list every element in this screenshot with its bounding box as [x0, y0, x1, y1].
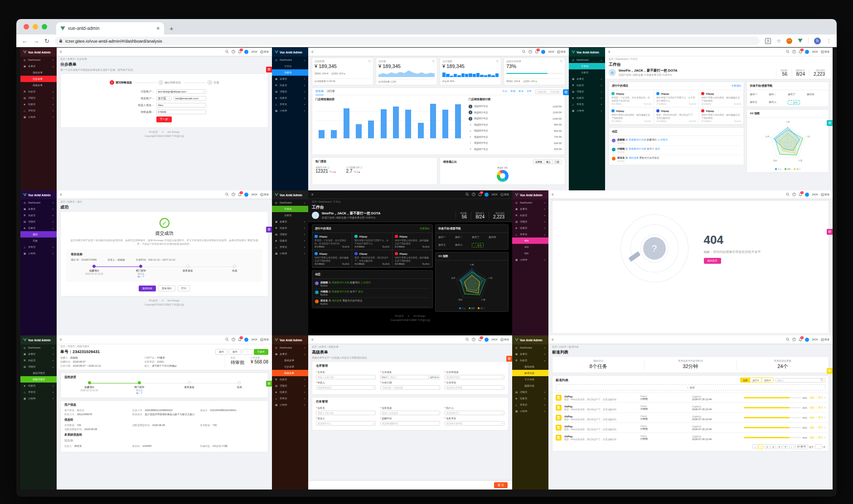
help-icon[interactable]: ?	[232, 338, 235, 341]
vue-devtools-icon[interactable]	[798, 39, 803, 43]
bar[interactable]	[455, 104, 461, 138]
breadcrumb[interactable]: 首页 / 详情页 / 高级详情页	[60, 345, 268, 348]
sidebar-item[interactable]: 500	[512, 250, 548, 257]
sidebar-item[interactable]: ▤详情页▾	[272, 88, 308, 95]
more-link[interactable]: 更多	[818, 416, 823, 419]
print-button[interactable]: 打印	[178, 286, 190, 291]
sidebar-item[interactable]: ▦小组件▾	[20, 114, 57, 120]
search-icon[interactable]	[465, 338, 469, 341]
sidebar-item[interactable]: 高级表单	[20, 82, 57, 88]
op-link[interactable]: 操作六	[455, 242, 472, 248]
sidebar-item[interactable]: 分析页	[569, 69, 605, 76]
project-card[interactable]: Alipay 城镇中有那么多的酒馆，她却偏偏走进了我的酒馆 科学搬砖组9小时前	[699, 90, 744, 107]
project-card[interactable]: Alipay 城镇中有那么多的酒馆，她却偏偏走进了我的酒馆 科学搬砖组9小时前	[312, 250, 352, 267]
bar[interactable]	[319, 130, 325, 138]
sidebar-item[interactable]: ▣表单页▾	[512, 206, 548, 212]
language-switch[interactable]: ⊕简体	[500, 338, 509, 341]
theme-settings-button[interactable]: ⚙	[563, 89, 569, 95]
feed-link[interactable]: 八月迭代	[361, 281, 371, 284]
sidebar-item[interactable]: ▦小组件▾	[20, 395, 57, 402]
sidebar-item[interactable]: △异常页▾	[20, 389, 57, 395]
all-projects-link[interactable]: 全部项目	[731, 84, 741, 87]
sidebar-item[interactable]: 分步表单	[20, 76, 57, 82]
sidebar-item[interactable]: △异常页▾	[569, 101, 605, 107]
breadcrumb[interactable]: 首页 / Dashboard / 工作台	[312, 200, 509, 204]
bar[interactable]	[356, 124, 362, 138]
team-link[interactable]: 科学搬砖组	[354, 263, 365, 265]
menu-fold-icon[interactable]: ≡	[311, 193, 314, 197]
more-actions-button[interactable]: ···	[242, 349, 252, 355]
sidebar-item[interactable]: ▣表单页▾	[272, 218, 308, 225]
team-link[interactable]: 科学搬砖组	[656, 103, 667, 105]
language-switch[interactable]: ⊕简体	[500, 193, 509, 196]
project-card[interactable]: Alipay 城镇中有那么多的酒馆，她却偏偏走进了我的酒馆 科学搬砖组9小时前	[609, 107, 654, 125]
breadcrumb[interactable]: 首页 / Dashboard / 工作台	[609, 58, 829, 61]
sidebar-item[interactable]: ≣列表页▾	[272, 82, 308, 88]
tab-visits[interactable]: 访问量	[327, 87, 335, 95]
op-link[interactable]: 操作一	[750, 92, 769, 97]
more-link[interactable]: 更多	[818, 426, 823, 429]
language-switch[interactable]: ⊕简体	[557, 50, 566, 53]
team-link[interactable]: 科学搬砖组	[395, 263, 405, 265]
feed-link[interactable]: 高逼格设计天团	[332, 281, 349, 284]
sidebar-item[interactable]: ◎Dashboard▾	[512, 344, 548, 351]
list-item[interactable]: 支 AliPay那是一种内在的东西，他们到达不了，也无法触及的 Owner付晓晓…	[553, 432, 829, 442]
project-card[interactable]: Alipay 城镇中有那么多的酒馆，她却偏偏走进了我的酒馆 科学搬砖组9小时前	[699, 107, 744, 125]
sidebar-item[interactable]: ◎Dashboard▴	[569, 57, 605, 63]
sidebar-item[interactable]: ▦小组件▾	[272, 402, 308, 408]
bar[interactable]	[381, 109, 387, 138]
bell-icon[interactable]: 12	[238, 338, 242, 341]
sidebar-item[interactable]: 分步表单	[272, 363, 308, 370]
search-icon[interactable]	[522, 50, 526, 53]
footer-link[interactable]: Pro首页	[395, 315, 404, 318]
help-icon[interactable]: ?	[472, 338, 475, 341]
menu-fold-icon[interactable]: ≡	[60, 193, 62, 197]
sidebar-item[interactable]: ◈结果页▾	[512, 395, 548, 402]
quick-range-month[interactable]: 本月	[519, 90, 523, 93]
sidebar-item[interactable]: 基础表单	[272, 357, 308, 363]
remind-link[interactable]: 催一下	[117, 275, 164, 278]
avatar[interactable]	[244, 338, 248, 342]
sidebar-item[interactable]: △异常页▾	[272, 244, 308, 250]
breadcrumb[interactable]: 首页 / 表单页 / 高级表单	[312, 345, 509, 349]
app-logo[interactable]: Vue Antd Admin	[20, 48, 57, 57]
theme-settings-button[interactable]: ⚙	[827, 368, 833, 374]
language-switch[interactable]: ⊕简体	[821, 338, 829, 341]
edit-link[interactable]: 编辑	[810, 436, 815, 439]
rank-row[interactable]: 8桃源村7号店534.56	[469, 146, 562, 153]
sidebar-item[interactable]: ◈结果页▾	[272, 95, 308, 101]
footer-link[interactable]: Ant Design	[167, 299, 179, 302]
project-card[interactable]: Alipay 那时候我只会想自己想要什么，从不想自己拥有什么 科学搬砖组9小时前	[654, 90, 699, 107]
bell-icon[interactable]: 12	[535, 50, 538, 53]
feed-link[interactable]: 留言	[358, 290, 363, 293]
page-button[interactable]: 1	[758, 444, 763, 449]
legend-item[interactable]: 团队	[785, 168, 791, 170]
sidebar-item[interactable]: 查询表格	[512, 363, 548, 370]
language-switch[interactable]: ⊕简体	[260, 338, 269, 341]
back-to-list-button[interactable]: 返回列表	[139, 286, 156, 291]
language-switch[interactable]: ⊕简体	[260, 193, 269, 196]
receive-type-select[interactable]: 支付宝▾	[156, 96, 172, 101]
breadcrumb[interactable]: 首页 / 列表页 / 标准列表	[552, 345, 829, 349]
extension-icon[interactable]: ◠	[786, 38, 792, 44]
bar[interactable]	[393, 107, 399, 138]
avatar[interactable]	[244, 50, 248, 54]
bar[interactable]	[368, 121, 374, 138]
app-logo[interactable]: Vue Antd Admin	[512, 190, 548, 199]
quick-range-week[interactable]: 本周	[510, 90, 515, 93]
search-icon[interactable]	[225, 338, 229, 341]
op-link[interactable]: 操作二	[455, 234, 472, 240]
receive-account-input[interactable]: test@example.com	[174, 96, 206, 101]
rank-row[interactable]: 1桃源村0号店1234.56	[469, 103, 562, 110]
rank-row[interactable]: 3桃源村2号店1034.56	[469, 116, 562, 122]
browser-menu-icon[interactable]: ⋮	[826, 38, 831, 44]
search-icon[interactable]	[786, 50, 790, 53]
theme-settings-button[interactable]: ⚙	[266, 381, 272, 387]
help-icon[interactable]: ?	[792, 50, 796, 53]
avatar[interactable]	[541, 50, 545, 54]
team-link[interactable]: 科学搬砖组	[701, 103, 712, 105]
bell-icon[interactable]: 12	[238, 50, 242, 53]
sidebar-item[interactable]: ◈结果页▾	[272, 237, 308, 244]
sidebar-item[interactable]: 搜索列表	[512, 383, 548, 389]
menu-fold-icon[interactable]: ≡	[608, 50, 611, 54]
